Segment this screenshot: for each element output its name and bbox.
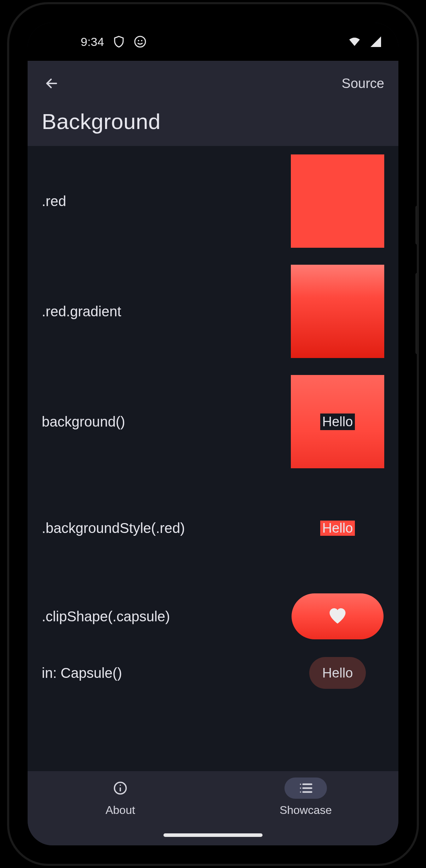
row-preview: Hello — [291, 657, 384, 689]
nav-label: About — [105, 804, 135, 817]
preview-text: Hello — [322, 665, 353, 681]
page-title: Background — [42, 109, 384, 134]
preview-dim-capsule: Hello — [309, 657, 366, 689]
svg-point-12 — [300, 791, 301, 793]
status-time: 9:34 — [81, 35, 104, 49]
arrow-left-icon — [45, 76, 59, 90]
svg-point-6 — [120, 785, 121, 786]
side-button — [415, 273, 417, 354]
info-icon — [99, 778, 142, 799]
list-row-clipshape: .clipShape(.capsule) — [28, 579, 398, 653]
row-preview — [291, 593, 384, 639]
row-label: .red — [42, 193, 282, 209]
screen: 9:34 Source Background — [28, 23, 398, 845]
row-label: .red.gradient — [42, 304, 282, 319]
preview-text: Hello — [320, 521, 355, 536]
side-button — [415, 206, 417, 245]
row-preview — [291, 154, 384, 248]
row-preview — [291, 265, 384, 358]
phone-frame: 9:34 Source Background — [9, 4, 417, 864]
row-preview: Hello — [291, 521, 384, 536]
svg-point-10 — [300, 784, 301, 785]
shield-icon — [113, 35, 125, 48]
svg-point-1 — [138, 40, 139, 41]
preview-text: Hello — [320, 414, 355, 430]
heart-icon — [327, 605, 348, 628]
cell-signal-icon — [369, 35, 382, 48]
list-row-backgroundstyle: .backgroundStyle(.red) Hello — [28, 477, 398, 579]
nav-label: Showcase — [280, 804, 332, 817]
preview-red-square — [291, 154, 384, 248]
list-row-incapsule: in: Capsule() Hello — [28, 653, 398, 696]
svg-point-2 — [141, 40, 143, 41]
svg-point-11 — [300, 787, 301, 789]
row-label: in: Capsule() — [42, 665, 282, 681]
list-row-background: background() Hello — [28, 366, 398, 477]
row-label: background() — [42, 414, 282, 430]
app-bar: Source Background — [28, 61, 398, 146]
svg-point-0 — [135, 36, 145, 47]
face-icon — [134, 35, 146, 48]
row-preview: Hello — [291, 375, 384, 468]
preview-background-square: Hello — [291, 375, 384, 468]
home-indicator[interactable] — [163, 833, 263, 837]
list-row-red: .red — [28, 146, 398, 256]
list-row-gradient: .red.gradient — [28, 256, 398, 366]
row-label: .clipShape(.capsule) — [42, 609, 282, 624]
wifi-icon — [348, 35, 361, 48]
back-button[interactable] — [42, 74, 62, 93]
status-bar: 9:34 — [28, 23, 398, 61]
preview-red-gradient-square — [291, 265, 384, 358]
row-label: .backgroundStyle(.red) — [42, 520, 282, 536]
preview-capsule — [292, 593, 384, 639]
content-list[interactable]: .red .red.gradient background() Hello — [28, 146, 398, 771]
list-icon — [284, 778, 327, 799]
source-link[interactable]: Source — [342, 76, 384, 91]
